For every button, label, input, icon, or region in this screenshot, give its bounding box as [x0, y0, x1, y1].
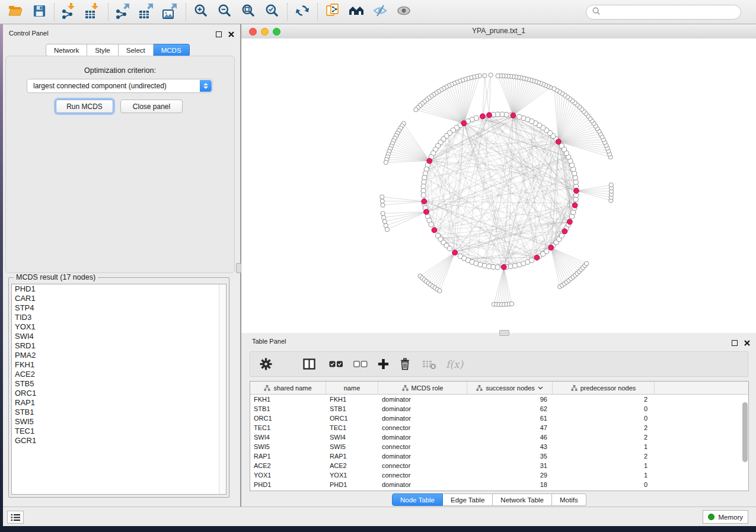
table-row[interactable]: RAP1RAP1dominator352	[250, 451, 748, 461]
network-canvas[interactable]	[241, 39, 756, 332]
horizontal-splitter-handle[interactable]	[499, 330, 509, 336]
network-graph[interactable]	[241, 39, 756, 332]
result-list-item[interactable]: SWI4	[12, 332, 226, 341]
add-button[interactable]	[378, 358, 389, 370]
tab-style[interactable]: Style	[87, 44, 119, 56]
memory-button[interactable]: Memory	[703, 510, 748, 524]
search-input[interactable]	[604, 6, 741, 19]
tab-mcds[interactable]: MCDS	[154, 44, 190, 56]
table-row[interactable]: ACE2ACE2connector311	[250, 461, 748, 470]
search-box[interactable]	[586, 5, 741, 20]
result-list-item[interactable]: TID3	[12, 313, 226, 322]
tab-network[interactable]: Network	[46, 44, 87, 56]
close-traffic-light[interactable]	[249, 28, 257, 36]
node-table[interactable]: shared name name MCDS role successor nod…	[250, 381, 749, 491]
first-neighbors-button[interactable]	[344, 2, 368, 22]
tab-node-table[interactable]: Node Table	[392, 493, 443, 506]
result-list-item[interactable]: SWI5	[12, 417, 226, 427]
result-list-item[interactable]: SRD1	[12, 341, 226, 351]
table-body: FKH1FKH1dominator962STB1STB1dominator620…	[250, 395, 748, 489]
tab-edge-table[interactable]: Edge Table	[443, 493, 493, 506]
tab-motifs[interactable]: Motifs	[552, 493, 586, 506]
close-icon[interactable]	[744, 338, 750, 348]
show-columns-button[interactable]	[303, 358, 315, 370]
minimize-traffic-light[interactable]	[261, 28, 269, 36]
table-row[interactable]: PHD1PHD1dominator180	[250, 480, 748, 489]
table-row[interactable]: STB1STB1dominator620	[250, 404, 748, 414]
result-list-item[interactable]: STB1	[12, 408, 226, 417]
table-cell: dominator	[378, 404, 467, 414]
hide-selected-icon	[372, 4, 388, 20]
table-cell: 31	[467, 461, 553, 470]
float-icon[interactable]	[732, 340, 738, 346]
close-panel-button[interactable]: Close panel	[120, 100, 183, 113]
result-list-item[interactable]: ORC1	[12, 389, 226, 398]
tab-network-table[interactable]: Network Table	[493, 493, 552, 506]
table-panel-tabs: Node TableEdge TableNetwork TableMotifs	[392, 493, 586, 506]
mcds-result-groupbox: MCDS result (17 nodes) PHD1CAR1STP4TID3Y…	[8, 277, 229, 498]
maximize-traffic-light[interactable]	[273, 28, 280, 36]
table-row[interactable]: YOX1YOX1connector291	[250, 470, 748, 480]
table-row[interactable]: SWI4SWI4dominator462	[250, 432, 748, 442]
hide-selected-button[interactable]	[368, 2, 392, 22]
table-row[interactable]: ORC1ORC1dominator610	[250, 414, 748, 423]
result-list-item[interactable]: ACE2	[12, 370, 226, 379]
network-window-titlebar[interactable]: YPA_prune.txt_1	[241, 24, 756, 39]
result-list-item[interactable]: PMA2	[12, 351, 226, 360]
save-button[interactable]	[27, 2, 51, 22]
import-table-button[interactable]	[81, 2, 105, 22]
table-row[interactable]: FKH1FKH1dominator962	[250, 395, 748, 404]
zoom-out-button[interactable]	[213, 2, 237, 22]
table-cell: TEC1	[250, 423, 326, 432]
table-scrollbar-thumb[interactable]	[742, 402, 748, 462]
mcds-result-list[interactable]: PHD1CAR1STP4TID3YOX1SWI4SRD1PMA2FKH1ACE2…	[11, 284, 227, 495]
result-list-item[interactable]: RAP1	[12, 398, 226, 408]
table-cell: TEC1	[326, 423, 378, 432]
table-cell: 2	[553, 451, 655, 461]
export-network-button[interactable]	[111, 2, 135, 22]
export-image-button[interactable]	[159, 2, 183, 22]
column-header-successor-nodes[interactable]: successor nodes	[467, 382, 553, 394]
delete-button[interactable]	[400, 358, 410, 370]
task-history-button[interactable]	[7, 511, 24, 524]
main-toolbar	[0, 0, 756, 24]
table-row[interactable]: TEC1TEC1connector472	[250, 423, 748, 432]
duplicate-network-button[interactable]	[321, 2, 344, 22]
result-list-item[interactable]: STB5	[12, 379, 226, 389]
result-list-item[interactable]: STP4	[12, 303, 226, 313]
zoom-in-button[interactable]	[189, 2, 213, 22]
column-header-shared-name[interactable]: shared name	[250, 382, 326, 394]
import-network-icon	[60, 2, 78, 22]
deselect-all-button[interactable]	[353, 361, 368, 367]
zoom-fit-button[interactable]	[237, 2, 260, 22]
result-list-item[interactable]: GCR1	[12, 436, 226, 446]
column-header-predecessor-nodes[interactable]: predecessor nodes	[553, 382, 655, 394]
table-cell: PHD1	[326, 480, 378, 489]
result-list-item[interactable]: CAR1	[12, 294, 226, 303]
criterion-dropdown[interactable]: largest connected component (undirected)	[27, 79, 213, 93]
show-all-button[interactable]	[392, 2, 416, 22]
tab-select[interactable]: Select	[119, 44, 154, 56]
zoom-selected-button[interactable]	[260, 2, 284, 22]
export-table-button[interactable]	[135, 2, 159, 22]
refresh-button[interactable]	[291, 2, 314, 22]
result-list-item[interactable]: PHD1	[12, 284, 226, 294]
result-list-item[interactable]: FKH1	[12, 360, 226, 370]
table-row[interactable]: SWI5SWI5connector431	[250, 442, 748, 451]
result-list-item[interactable]: YOX1	[12, 322, 226, 332]
result-list-item[interactable]: TEC1	[12, 427, 226, 436]
show-all-icon	[396, 5, 412, 19]
float-icon[interactable]	[216, 31, 222, 37]
result-list-scrollbar[interactable]	[219, 284, 226, 494]
vertical-splitter-handle[interactable]	[236, 263, 241, 273]
table-cell: 0	[553, 480, 655, 489]
run-mcds-button[interactable]: Run MCDS	[56, 100, 113, 113]
close-icon[interactable]	[228, 29, 234, 40]
select-all-button[interactable]	[329, 361, 343, 367]
toolbar-separator	[287, 3, 288, 21]
import-network-button[interactable]	[58, 2, 81, 22]
open-button[interactable]	[4, 2, 27, 22]
column-header-name[interactable]: name	[326, 382, 378, 394]
table-settings-button[interactable]	[260, 358, 272, 370]
column-header-mcds-role[interactable]: MCDS role	[378, 382, 467, 394]
